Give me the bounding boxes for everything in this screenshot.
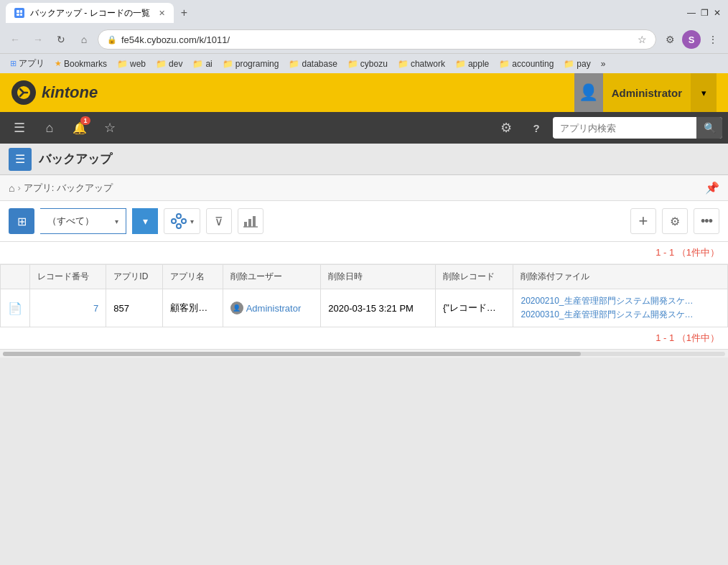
star-icon: ★ xyxy=(55,59,62,68)
more-options-button[interactable]: ••• xyxy=(694,208,719,234)
filter-button[interactable]: ⊽ xyxy=(206,208,232,234)
bookmark-apple[interactable]: 📁 apple xyxy=(451,57,493,70)
folder-icon: 📁 xyxy=(499,59,510,69)
bookmark-dev[interactable]: 📁 dev xyxy=(151,57,187,70)
scrollbar-track xyxy=(3,352,725,356)
attached-file-link-2[interactable]: 20200310_生産管理部門システム開発スケ… xyxy=(521,309,720,321)
bookmark-database[interactable]: 📁 database xyxy=(284,57,341,70)
attached-files-cell: 20200210_生産管理部門システム開発スケ… 20200310_生産管理部門… xyxy=(513,289,728,327)
favorites-button[interactable]: ☆ xyxy=(96,112,123,144)
back-button[interactable]: ← xyxy=(6,30,24,49)
svg-rect-7 xyxy=(244,222,247,227)
search-button[interactable]: 🔍 xyxy=(696,117,722,139)
records-table: レコード番号 アプリID アプリ名 削除ユーザー 削除日時 xyxy=(0,264,728,327)
add-icon: + xyxy=(639,212,648,230)
col-header-app-name: アプリ名 xyxy=(163,265,223,289)
list-icon: ☰ xyxy=(15,152,25,166)
svg-point-1 xyxy=(172,219,176,223)
svg-rect-9 xyxy=(253,216,256,227)
view-type-button[interactable]: ⊞ xyxy=(9,208,34,234)
svg-point-4 xyxy=(177,224,181,228)
tab-title: バックアップ - レコードの一覧 xyxy=(30,7,150,19)
attached-file-link-1[interactable]: 20200210_生産管理部門システム開発スケ… xyxy=(521,295,720,307)
bookmark-bookmarks[interactable]: ★ Bookmarks xyxy=(50,57,111,70)
profile-button[interactable]: S xyxy=(682,30,701,49)
notification-button[interactable]: 🔔 1 xyxy=(66,112,93,144)
breadcrumb-link[interactable]: アプリ: バックアップ xyxy=(24,182,113,195)
gear-icon: ⚙ xyxy=(500,120,512,136)
table-row: 📄 7 857 顧客別… 👤 xyxy=(1,289,728,327)
search-input[interactable] xyxy=(553,120,696,136)
user-dropdown-button[interactable]: ▾ xyxy=(691,73,717,112)
pin-icon[interactable]: 📌 xyxy=(705,181,719,195)
bookmark-star-icon[interactable]: ☆ xyxy=(638,34,647,45)
browser-tab[interactable]: バックアップ - レコードの一覧 ✕ xyxy=(6,3,174,23)
home-nav-button[interactable]: ⌂ xyxy=(36,112,63,144)
restore-button[interactable]: ❐ xyxy=(699,8,709,18)
more-options-icon: ••• xyxy=(701,214,712,229)
address-bar[interactable]: 🔒 fe54k.cybozu.com/k/1011/ ☆ xyxy=(98,29,656,50)
view-dropdown[interactable]: （すべて） ▾ xyxy=(40,208,126,234)
user-name-label: Administrator xyxy=(603,87,691,99)
col-header-delete-user: 削除ユーザー xyxy=(223,265,321,289)
user-silhouette-icon: 👤 xyxy=(233,304,241,312)
table-settings-button[interactable]: ⚙ xyxy=(662,208,688,234)
bookmark-more[interactable]: » xyxy=(597,57,610,70)
new-tab-button[interactable]: + xyxy=(177,5,192,21)
tab-close-btn[interactable]: ✕ xyxy=(159,9,165,18)
app-id-cell: 857 xyxy=(106,289,163,327)
delete-user-cell: 👤 Administrator xyxy=(223,289,321,327)
folder-icon: 📁 xyxy=(223,59,233,69)
close-button[interactable]: ✕ xyxy=(712,8,722,18)
folder-icon: 📁 xyxy=(117,59,128,69)
bookmark-accounting[interactable]: 📁 accounting xyxy=(495,57,558,70)
bookmark-chatwork[interactable]: 📁 chatwork xyxy=(393,57,449,70)
bookmark-apps[interactable]: ⊞ アプリ xyxy=(6,56,49,71)
list-view-icon: ☰ xyxy=(9,148,32,171)
home-button[interactable]: ⌂ xyxy=(75,30,93,49)
search-area: 🔍 xyxy=(553,117,722,139)
bookmark-web[interactable]: 📁 web xyxy=(113,57,150,70)
pagination-top-text: 1 - 1 （1件中） xyxy=(655,246,719,259)
window-controls: — ❐ ✕ xyxy=(686,8,722,18)
add-record-button[interactable]: + xyxy=(630,208,656,234)
app-title: バックアップ xyxy=(39,151,112,167)
record-number-link[interactable]: 7 xyxy=(93,303,98,314)
forward-button[interactable]: → xyxy=(29,30,47,49)
graph-icon xyxy=(170,213,187,230)
breadcrumb-home-icon[interactable]: ⌂ xyxy=(9,182,14,194)
col-header-record-num: レコード番号 xyxy=(30,265,106,289)
bookmark-ai[interactable]: 📁 ai xyxy=(188,57,216,70)
pagination-top: 1 - 1 （1件中） xyxy=(0,242,728,264)
settings-nav-button[interactable]: ⚙ xyxy=(493,112,520,144)
bookmark-programing[interactable]: 📁 programing xyxy=(218,57,284,70)
extensions-button[interactable]: ⚙ xyxy=(661,30,679,49)
bookmark-pay[interactable]: 📁 pay xyxy=(559,57,594,70)
folder-icon: 📁 xyxy=(289,59,299,69)
kintone-logo: kintone xyxy=(11,80,98,105)
help-icon: ? xyxy=(533,122,539,134)
view-dropdown-expand-button[interactable]: ▾ xyxy=(132,208,158,234)
help-button[interactable]: ? xyxy=(523,112,550,144)
chart-button[interactable] xyxy=(238,208,263,234)
graph-button[interactable]: ▾ xyxy=(164,208,200,234)
folder-icon: 📁 xyxy=(398,59,409,69)
bookmark-cybozu[interactable]: 📁 cybozu xyxy=(343,57,392,70)
record-number-cell: 7 xyxy=(30,289,106,327)
menu-button[interactable]: ☰ xyxy=(6,112,33,144)
user-avatar: 👤 xyxy=(574,73,603,112)
kintone-nav: ☰ ⌂ 🔔 1 ☆ ⚙ ? 🔍 xyxy=(0,112,728,144)
app-name-cell: 顧客別… xyxy=(163,289,223,327)
delete-user-link[interactable]: Administrator xyxy=(246,303,302,314)
scrollbar-thumb[interactable] xyxy=(3,352,581,356)
more-options-button[interactable]: ⋮ xyxy=(704,30,722,49)
view-dropdown-label: （すべて） xyxy=(47,215,109,228)
folder-icon: 📁 xyxy=(156,59,167,69)
horizontal-scrollbar[interactable] xyxy=(0,349,728,358)
tab-favicon xyxy=(14,8,24,18)
refresh-button[interactable]: ↻ xyxy=(52,30,70,49)
svg-point-2 xyxy=(177,214,181,218)
view-selector[interactable]: ⊞ xyxy=(9,208,34,234)
minimize-button[interactable]: — xyxy=(686,8,696,18)
url-text: fe54k.cybozu.com/k/1011/ xyxy=(121,34,633,45)
